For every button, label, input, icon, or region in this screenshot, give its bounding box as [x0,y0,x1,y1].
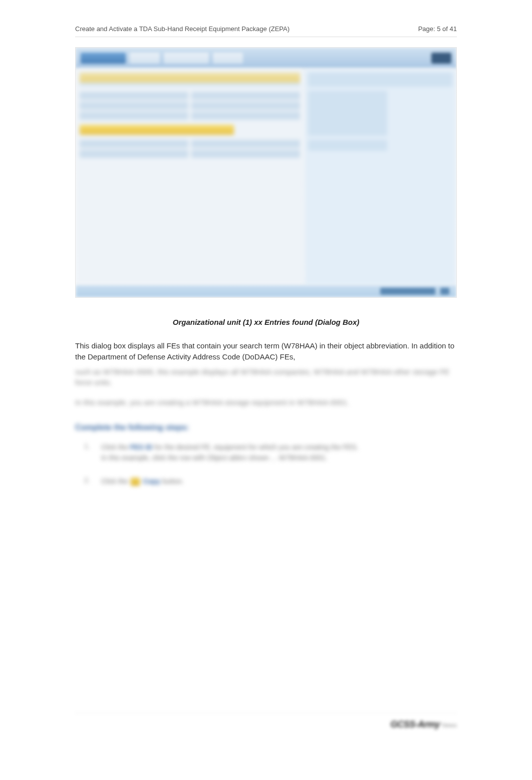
intro-paragraph: This dialog box displays all FEs that co… [75,340,457,362]
step1-keyword: FES ID [130,443,152,451]
step2-keyword: Copy [143,477,160,485]
page-indicator: Page: 5 of 41 [418,25,457,33]
step2-post: button. [162,477,184,485]
step1-line2: In this example, click the row with Obje… [101,454,328,462]
obscured-paragraph-1: such as W78HAA-0000, this example displa… [75,366,457,388]
page-header: Create and Activate a TDA Sub-Hand Recei… [75,25,457,37]
step1-mid: for the desired FE, equipment for which … [154,443,341,451]
embedded-screenshot [75,47,457,298]
step-number: 1. [84,442,90,450]
footer-logo: GCSS-Army [390,719,440,729]
page-footer: GCSS-ArmyNews [75,713,457,730]
copy-icon [131,478,140,486]
step-list: 1. Click the FES ID for the desired FE, … [75,442,457,487]
step-item-1: 1. Click the FES ID for the desired FE, … [84,442,457,463]
obscured-paragraph-2: In this example, you are creating a W78H… [75,397,457,408]
footer-sub: News [442,722,457,729]
doc-title: Create and Activate a TDA Sub-Hand Recei… [75,25,290,33]
step-number: 2. [84,476,90,484]
figure-caption: Organizational unit (1) xx Entries found… [75,318,457,326]
step-item-2: 2. Click the Copy button. [84,476,457,487]
step1-pre: Click the [101,443,130,451]
step2-pre: Click the [101,477,130,485]
section-heading: Complete the following steps: [75,423,457,432]
